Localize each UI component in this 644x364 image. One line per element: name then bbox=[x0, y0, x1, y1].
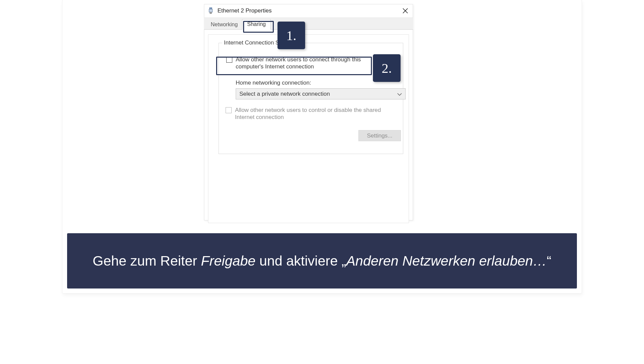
caption-mid: und aktiviere „ bbox=[256, 253, 346, 269]
select-value: Select a private network connection bbox=[239, 91, 330, 97]
allow-control-label: Allow other network users to control or … bbox=[235, 107, 384, 121]
step-marker-1-label: 1. bbox=[286, 28, 296, 43]
titlebar: Ethernet 2 Properties bbox=[204, 4, 413, 18]
caption-em1: Freigabe bbox=[201, 253, 256, 269]
tab-networking[interactable]: Networking bbox=[206, 20, 242, 30]
instruction-caption: Gehe zum Reiter Freigabe und aktiviere „… bbox=[67, 233, 577, 289]
settings-button: Settings... bbox=[358, 130, 401, 141]
ethernet-icon bbox=[207, 7, 214, 14]
checkbox-icon bbox=[226, 57, 232, 63]
tutorial-card: Ethernet 2 Properties Networking Sharing… bbox=[62, 0, 582, 293]
home-networking-label: Home networking connection: bbox=[236, 80, 311, 86]
step-marker-1: 1. bbox=[277, 22, 305, 49]
ethernet-properties-dialog: Ethernet 2 Properties Networking Sharing… bbox=[204, 4, 413, 220]
tab-networking-label: Networking bbox=[211, 22, 238, 27]
step-marker-2: 2. bbox=[373, 54, 401, 82]
close-icon bbox=[403, 8, 408, 13]
tab-sharing[interactable]: Sharing bbox=[242, 19, 271, 30]
caption-em2: Anderen Netzwerken erlauben… bbox=[346, 253, 547, 269]
settings-button-label: Settings... bbox=[367, 132, 392, 139]
caption-post: “ bbox=[547, 253, 552, 269]
step-marker-2-label: 2. bbox=[382, 60, 392, 76]
tab-sharing-label: Sharing bbox=[247, 21, 266, 27]
allow-connect-checkbox-row[interactable]: Allow other network users to connect thr… bbox=[225, 55, 382, 72]
checkbox-icon bbox=[226, 107, 232, 113]
home-networking-select[interactable]: Select a private network connection bbox=[236, 88, 406, 99]
window-title: Ethernet 2 Properties bbox=[217, 7, 272, 14]
allow-control-checkbox-row: Allow other network users to control or … bbox=[226, 107, 384, 121]
allow-connect-label: Allow other network users to connect thr… bbox=[236, 56, 381, 70]
svg-rect-1 bbox=[209, 9, 212, 12]
caption-pre: Gehe zum Reiter bbox=[93, 253, 201, 269]
svg-rect-2 bbox=[210, 12, 212, 13]
svg-rect-0 bbox=[210, 7, 212, 9]
tab-strip: Networking Sharing bbox=[204, 18, 413, 30]
chevron-down-icon bbox=[397, 91, 402, 97]
close-button[interactable] bbox=[398, 4, 413, 18]
